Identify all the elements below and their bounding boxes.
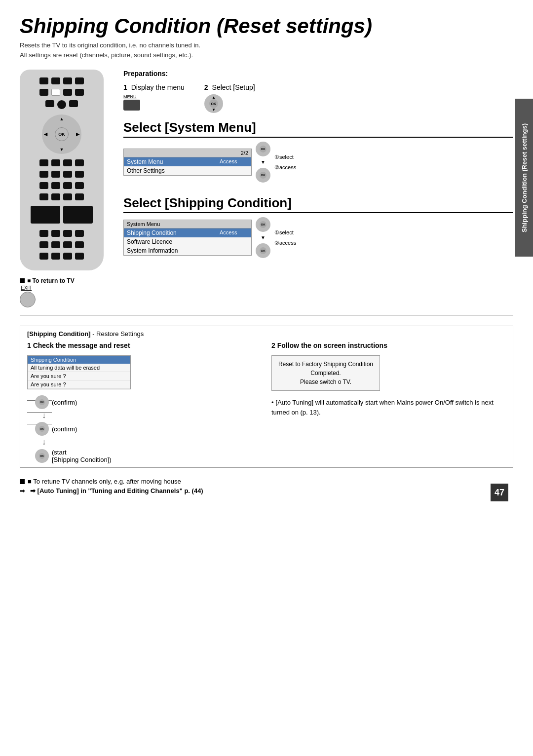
- remote-btn-n: [51, 193, 60, 200]
- remote-body: ▲ ▼ ◀ ▶ OK: [20, 70, 104, 270]
- confirm-flow: OK (confirm) ↓ OK (confirm) ↓: [27, 395, 262, 463]
- follow-screen: Reset to Factory Shipping Condition Comp…: [271, 355, 380, 391]
- ok-small-inner-4: OK: [260, 247, 266, 254]
- ok-indicator-2: OK ▼ OK: [256, 217, 270, 258]
- system-menu-heading: Select [System Menu]: [123, 120, 513, 138]
- system-menu-section: Select [System Menu] 2/2 System Menu Acc…: [123, 120, 513, 186]
- divider: [20, 315, 513, 316]
- follow-screen-line-3: Please switch o TV.: [276, 378, 376, 386]
- preparations-title: Preparations:: [123, 70, 513, 77]
- system-menu-screen: 2/2 System Menu Access Other Settings: [123, 149, 252, 176]
- shipping-condition-screen: System Menu Shipping Condition Access So…: [123, 220, 252, 256]
- bottom-section-title: [Shipping Condition] - Restore Settings: [27, 330, 506, 338]
- bottom-note-2: ➡ ➡ [Auto Tuning] in "Tuning and Editing…: [20, 487, 513, 494]
- prep-steps-row: 1 Display the menu MENU 2 Select [Setup]: [123, 83, 513, 113]
- shipping-condition-section: Select [Shipping Condition] System Menu …: [123, 195, 513, 261]
- ok-arrow-down-2: ▼: [261, 235, 266, 240]
- nav-right-icon: ▶: [76, 132, 79, 137]
- nav-ring: ▲ ▼ ◀ ▶ OK: [42, 114, 81, 154]
- remote-btn-w: [63, 241, 72, 248]
- remote-btn-m: [39, 193, 48, 200]
- step-2-column: 2 Follow the on screen instructions Rese…: [271, 341, 506, 463]
- remote-btn-round: [57, 100, 66, 109]
- remote-btn-z: [51, 253, 60, 260]
- remote-btn-9: [69, 100, 78, 107]
- follow-note-1: [Auto Tuning] will automatically start w…: [271, 398, 506, 417]
- step-1-heading: 1 Check the message and reset: [27, 341, 262, 349]
- ok-confirm-inner-3: OK: [39, 453, 45, 459]
- ok-small-btn-3: OK: [256, 217, 270, 232]
- exit-button[interactable]: [20, 292, 36, 307]
- remote-btn-3: [63, 77, 72, 84]
- remote-btn-d: [75, 159, 84, 166]
- confirm-label-2: (confirm): [52, 425, 77, 433]
- remote-btn-big-2: [63, 206, 93, 224]
- remote-btn-white: [51, 89, 60, 96]
- note-arrow-icon: ➡: [20, 487, 25, 494]
- shipping-cell-3: System Information: [124, 246, 217, 255]
- remote-btn-e: [39, 171, 48, 178]
- steps-row: 1 Check the message and reset Shipping C…: [27, 341, 506, 463]
- ok-small-inner-2: OK: [260, 172, 266, 179]
- remote-btn-j: [51, 182, 60, 189]
- ok-arrow-down-1: ▼: [261, 159, 266, 165]
- shipping-row-sure1: Are you sure ?: [28, 372, 130, 380]
- ok-btn-circle: ▲ OK ▼: [204, 94, 223, 113]
- ok-button[interactable]: OK: [55, 127, 69, 141]
- follow-notes: [Auto Tuning] will automatically start w…: [271, 398, 506, 417]
- ok-inner-label: OK: [209, 99, 218, 108]
- select-label-1: ①select: [274, 154, 296, 160]
- ok-small-inner-3: OK: [260, 221, 266, 228]
- screen-cell-other: Other Settings: [124, 166, 217, 175]
- remote-btn-big-1: [31, 206, 60, 224]
- shipping-row-1: Shipping Condition Access: [124, 228, 251, 237]
- ok-indicator-1: OK ▼ OK: [256, 142, 270, 183]
- remote-btn-4: [75, 77, 84, 84]
- shipping-condition-heading: Select [Shipping Condition]: [123, 195, 513, 213]
- shipping-condition-msg-screen: Shipping Condition All tuning data will …: [27, 355, 131, 389]
- menu-btn-rect: [123, 100, 140, 111]
- shipping-access-3: [217, 246, 251, 255]
- select-access-labels-1: ①select ②access: [274, 154, 296, 171]
- ok-down-icon: ▼: [212, 108, 216, 112]
- bottom-section: [Shipping Condition] - Restore Settings …: [20, 326, 513, 468]
- ok-confirm-inner-2: OK: [39, 426, 45, 432]
- remote-btn-p: [75, 193, 84, 200]
- shipping-screen-header-2: Shipping Condition: [28, 356, 130, 364]
- shipping-cell-1: Shipping Condition: [124, 228, 217, 237]
- page-title: Shipping Condition (Reset settings): [20, 15, 513, 38]
- screen-cell-system-menu: System Menu: [124, 157, 217, 166]
- exit-label: EXIT: [21, 285, 114, 291]
- confirm-label-1: (confirm): [52, 399, 77, 406]
- nav-up-icon: ▲: [60, 116, 64, 121]
- nav-down-icon: ▼: [60, 147, 64, 152]
- screen-row-system-menu: System Menu Access: [124, 157, 251, 166]
- remote-btn-x: [75, 241, 84, 248]
- confirm-step-3: OK (start[Shipping Condition]): [35, 449, 112, 463]
- remote-btn-c: [63, 159, 72, 166]
- ok-confirm-btn-2: OK: [35, 422, 49, 436]
- confirm-step-2: OK (confirm): [35, 422, 77, 436]
- remote-btn-ab: [75, 253, 84, 260]
- bottom-note-1: ■ To retune TV channels only, e.g. after…: [20, 478, 513, 485]
- access-label-2: ②access: [274, 240, 296, 246]
- remote-btn-k: [63, 182, 72, 189]
- nav-left-icon: ◀: [44, 132, 47, 137]
- bottom-notes: ■ To retune TV channels only, e.g. after…: [20, 478, 513, 494]
- shipping-row-sure2: Are you sure ?: [28, 380, 130, 389]
- page-number: 47: [491, 484, 508, 501]
- ok-confirm-inner-1: OK: [39, 399, 45, 405]
- screen-cell-access-1: Access: [217, 157, 251, 166]
- note-bullet-icon-1: [20, 479, 25, 484]
- ok-confirm-btn-1: OK: [35, 395, 49, 409]
- remote-btn-q: [39, 230, 48, 237]
- menu-button-graphic: MENU: [123, 94, 140, 111]
- ok-small-btn-1: OK: [256, 142, 270, 156]
- return-tv-section: ■ To return to TV EXIT: [20, 277, 114, 307]
- remote-btn-5: [39, 89, 48, 96]
- return-tv-label: ■ To return to TV: [20, 277, 114, 284]
- ok-up-icon: ▲: [212, 95, 216, 100]
- remote-btn-u: [39, 241, 48, 248]
- remote-btn-8: [45, 100, 54, 107]
- follow-screen-line-1: Reset to Factory Shipping Condition: [276, 360, 376, 369]
